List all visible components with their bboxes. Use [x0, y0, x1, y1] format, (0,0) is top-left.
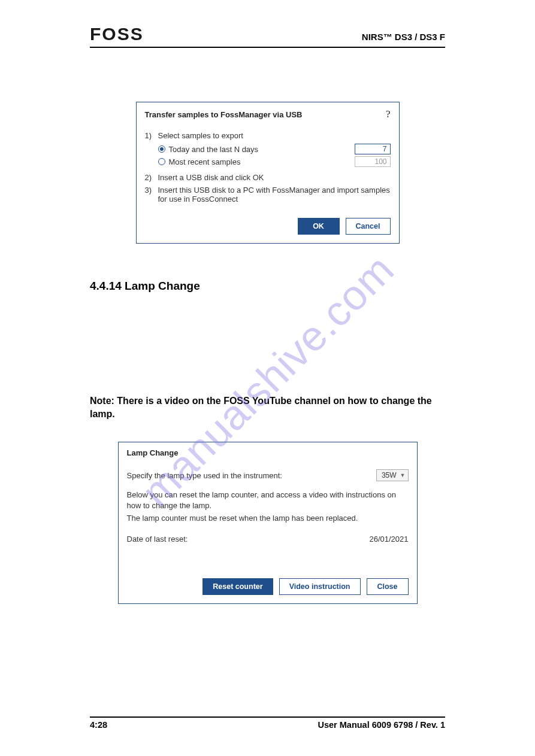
page-number: 4:28	[90, 720, 107, 730]
lamp-type-select[interactable]: 35W ▼	[376, 469, 409, 481]
page-footer: 4:28 User Manual 6009 6798 / Rev. 1	[90, 716, 445, 730]
radio-today-last-n-days[interactable]	[158, 145, 165, 153]
last-reset-label: Date of last reset:	[127, 535, 188, 544]
brand-logo: FOSS	[90, 24, 144, 44]
step-number: 3)	[145, 186, 155, 195]
days-input[interactable]: 7	[355, 144, 391, 154]
radio-label: Most recent samples	[169, 157, 241, 166]
last-reset-date: 26/01/2021	[369, 535, 408, 544]
close-button[interactable]: Close	[367, 578, 409, 595]
page-header: FOSS NIRS™ DS3 / DS3 F	[90, 24, 445, 48]
video-instruction-button[interactable]: Video instruction	[279, 578, 361, 595]
transfer-samples-dialog: Transfer samples to FossManager via USB …	[136, 102, 400, 244]
step-text: Select samples to export	[158, 131, 391, 140]
lamp-type-value: 35W	[382, 471, 397, 479]
dialog-title: Transfer samples to FossManager via USB	[145, 110, 303, 119]
samples-count-input: 100	[355, 156, 391, 167]
dialog-title: Lamp Change	[127, 448, 179, 457]
reset-counter-button[interactable]: Reset counter	[202, 578, 273, 595]
step-text: Insert a USB disk and click OK	[158, 173, 391, 182]
step-text: Insert this USB disk to a PC with FossMa…	[158, 186, 391, 204]
cancel-button[interactable]: Cancel	[346, 218, 391, 235]
radio-label: Today and the last N days	[169, 145, 259, 154]
manual-revision: User Manual 6009 6798 / Rev. 1	[318, 720, 445, 730]
section-note: Note: There is a video on the FOSS YouTu…	[90, 394, 445, 420]
chevron-down-icon: ▼	[400, 472, 406, 478]
ok-button[interactable]: OK	[298, 218, 340, 235]
step-number: 1)	[145, 131, 155, 140]
document-model-title: NIRS™ DS3 / DS3 F	[362, 32, 445, 42]
lamp-type-label: Specify the lamp type used in the instru…	[127, 471, 282, 480]
step-number: 2)	[145, 173, 155, 182]
section-heading: 4.4.14 Lamp Change	[90, 280, 445, 293]
radio-most-recent-samples[interactable]	[158, 158, 165, 165]
lamp-change-dialog: Lamp Change Specify the lamp type used i…	[118, 442, 418, 604]
lamp-description-1: Below you can reset the lamp counter, an…	[127, 490, 409, 511]
lamp-description-2: The lamp counter must be reset when the …	[127, 513, 409, 524]
help-icon[interactable]: ?	[386, 108, 391, 120]
